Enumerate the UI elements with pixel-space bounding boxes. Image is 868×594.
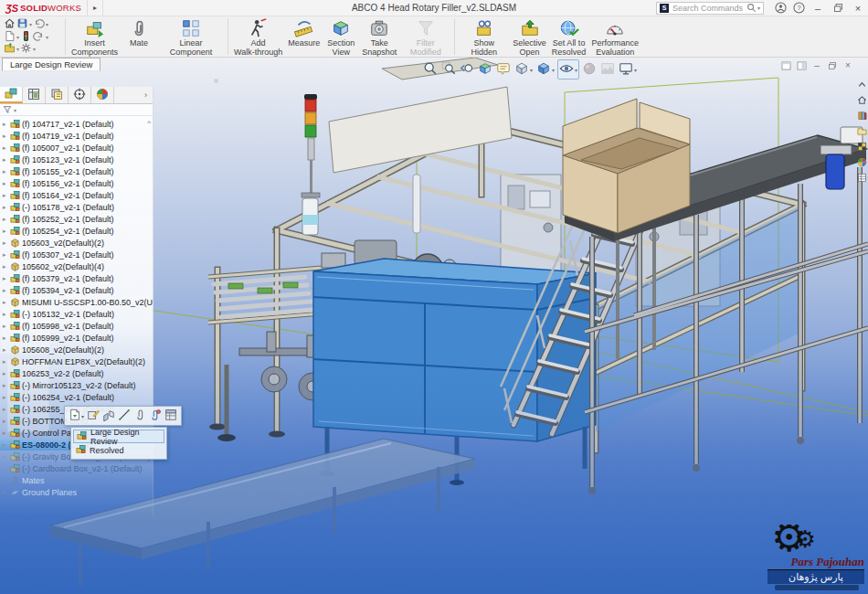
tree-item[interactable]: ▸(f) 105123_v2-1 (Default) [0,154,153,165]
insert-components-button[interactable]: Insert Components [69,17,121,56]
search-dropdown-arrow[interactable]: ▾ [757,5,760,11]
expand-arrow-icon[interactable]: ▸ [3,251,10,259]
expand-arrow-icon[interactable]: ▸ [3,216,10,223]
expand-arrow-icon[interactable]: ▸ [3,441,10,449]
doc-close-button[interactable]: × [842,59,854,71]
panel-flyout-chevron[interactable]: › [139,87,153,103]
tree-item[interactable]: ▸(f) 105155_v2-1 (Default) [0,165,153,177]
open-button[interactable]: ▾ [4,42,19,56]
tab-configurationmanager[interactable] [46,87,69,103]
search-icon[interactable] [746,3,757,13]
tree-item[interactable]: ▸105608_v2(Default)(2) [0,344,153,355]
context-menu-item[interactable]: Large Design Review [73,430,164,443]
tree-item[interactable]: ▸(f) 105252_v2-1 (Default) [0,213,153,225]
performance-evaluation-button[interactable]: Performance Evaluation [588,17,641,56]
tree-item[interactable]: ▸(-) Cardboard Box_v2-1 (Default) [0,462,153,474]
expand-arrow-icon[interactable]: ▸ [3,406,10,413]
tab-large-design-review[interactable]: Large Design Review [2,58,101,71]
add-walk-through-button[interactable]: Add Walk-through [231,17,285,56]
tree-item[interactable]: ▸(f) 105164_v2-1 (Default) [0,189,153,201]
mate-button[interactable]: Mate [121,17,157,56]
section-view-button[interactable]: Section View [323,17,359,56]
expand-arrow-icon[interactable]: ▸ [3,287,10,294]
linear-component-pattern-button[interactable]: Linear Component Pattern▾ [157,17,225,56]
appearances-button[interactable] [856,157,867,168]
tree-item[interactable]: ▸105602_v2(Default)(4) [0,260,153,272]
dropdown-arrow[interactable]: ▾ [33,46,36,52]
section-tool-button[interactable] [477,60,493,79]
tree-item[interactable]: ▸Ground Planes [0,486,153,498]
expand-arrow-icon[interactable]: ▸ [3,204,10,211]
doc-restore-button[interactable] [826,59,839,71]
take-snapshot-button[interactable]: Take Snapshot [359,17,399,56]
tree-scroll-up[interactable]: ^ [147,119,151,127]
expand-arrow-icon[interactable]: ▸ [3,275,10,282]
tree-item[interactable]: ▸(f) 104719_v2-1 (Default) [0,130,153,142]
tree-item[interactable]: ▸(f) 105998_v2-1 (Default) [0,320,153,332]
expand-arrow-icon[interactable]: ▸ [3,358,10,366]
doc-window-icon[interactable] [795,59,808,71]
tree-item[interactable]: ▸(-) 105132_v2-1 (Default) [0,308,153,320]
expand-arrow-icon[interactable]: ▸ [3,465,10,472]
expand-arrow-icon[interactable]: ▸ [3,311,10,318]
tree-item[interactable]: ▸(f) 105999_v2-1 (Default) [0,332,153,344]
tree-item[interactable]: ▸Mates [0,474,153,486]
design-library-button[interactable] [856,111,867,122]
doc-window-icon[interactable] [779,59,792,71]
zoom-fit-button[interactable] [422,60,439,79]
file-explorer-button[interactable] [856,126,867,137]
tree-item[interactable]: ▸(-) 106254_v2-1 (Default) [0,391,153,403]
annotation-views-button[interactable] [495,60,512,79]
component-properties-button[interactable] [164,408,177,423]
cardboard-box[interactable] [563,99,690,233]
expand-arrow-icon[interactable]: ▸ [3,382,10,389]
expand-arrow-icon[interactable]: ▸ [3,323,10,330]
tree-item[interactable]: ▸HOFFMAN E1P8X_v2(Default)(2) [0,355,153,367]
expand-arrow-icon[interactable]: ▸ [3,430,10,437]
tree-item[interactable]: ▸106253_v2-2 (Default) [0,367,153,379]
tree-item[interactable]: ▸(f) 105007_v2-1 (Default) [0,142,153,154]
tab-displaymanager[interactable] [91,87,114,103]
expand-arrow-icon[interactable]: ▸ [3,453,10,461]
expand-arrow-icon[interactable]: ▸ [3,334,10,342]
tree-item[interactable]: ▸(-) 105178_v2-1 (Default) [0,201,153,213]
previous-view-button[interactable] [459,60,475,79]
hide-show-items-button[interactable]: ▾ [557,59,579,80]
expand-arrow-icon[interactable]: ▸ [3,346,10,354]
expand-arrow-icon[interactable]: ▸ [3,299,10,306]
tab-propertymanager[interactable] [23,87,46,103]
expand-arrow-icon[interactable]: ▸ [3,144,10,152]
custom-properties-button[interactable] [856,173,867,184]
tree-item[interactable]: ▸(f) 105254_v2-1 (Default) [0,225,153,237]
expand-arrow-icon[interactable]: ▸ [3,121,10,128]
dropdown-arrow[interactable]: ▾ [634,67,637,73]
expand-arrow-icon[interactable]: ▸ [3,418,10,425]
tree-item[interactable]: ▸(f) 105307_v2-1 (Default) [0,249,153,260]
tab-featuremanager[interactable] [0,87,23,103]
options-button[interactable]: ▾ [20,42,36,56]
expand-arrow-icon[interactable]: ▸ [3,168,10,175]
show-hidden-components-button[interactable]: Show Hidden Components [458,17,510,56]
user-account-icon[interactable] [772,1,789,16]
panel-splitter-handle[interactable] [214,79,218,83]
expand-arrow-icon[interactable]: ▸ [3,477,10,484]
minimize-button[interactable]: – [808,0,828,16]
dropdown-arrow[interactable]: ▾ [16,34,19,40]
search-commands-input[interactable]: S Search Commands ▾ [656,2,764,15]
resources-home-button[interactable] [856,95,867,106]
tree-item[interactable]: ▸MISUMI U-SSCSP1.00-B0.50_v2(U-SSCSP(304… [0,296,153,308]
expand-arrow-icon[interactable]: ▸ [3,228,10,235]
appearance-clip-button[interactable] [149,408,162,423]
display-style-button[interactable]: ▾ [535,60,556,79]
dropdown-arrow[interactable]: ▾ [46,21,48,27]
filter-dropdown-arrow[interactable]: ▾ [14,107,16,113]
open-doc-button[interactable]: ▾ [69,408,84,423]
selective-open-button[interactable]: Selective Open▾ [510,17,549,56]
help-icon[interactable]: ? [790,1,807,16]
sketch-line-button[interactable] [118,408,131,423]
view-palette-button[interactable] [856,142,867,153]
dropdown-arrow[interactable]: ▾ [81,413,84,419]
tree-item[interactable]: ▸105603_v2(Default)(2) [0,237,153,249]
dropdown-arrow[interactable]: ▾ [46,34,48,40]
expand-arrow-icon[interactable]: ▸ [3,489,10,496]
